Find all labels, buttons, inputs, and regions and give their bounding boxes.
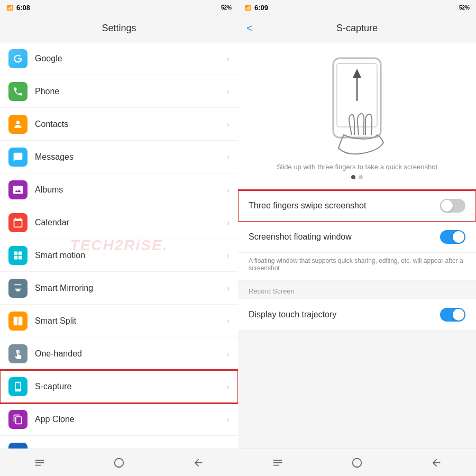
svg-point-6 — [115, 458, 124, 467]
contacts-chevron: › — [227, 120, 230, 129]
messages-chevron: › — [227, 153, 230, 161]
dot-1 — [351, 175, 355, 179]
phone-label: Phone — [35, 87, 227, 96]
display-touch-toggle-knob — [453, 309, 464, 321]
list-item-scapture[interactable]: S-capture › — [0, 370, 238, 403]
display-touch-toggle[interactable] — [440, 308, 465, 322]
screenshot-floating-label: Screenshot floating window — [249, 232, 352, 242]
right-status-bar: 📶 6:09 52% — [238, 0, 476, 15]
left-nav-bar — [0, 448, 238, 476]
right-nav-menu[interactable] — [259, 453, 296, 473]
three-fingers-toggle[interactable] — [440, 199, 465, 213]
left-battery: 52% — [221, 5, 232, 11]
google-label: Google — [35, 54, 227, 63]
svg-point-11 — [353, 458, 362, 467]
three-fingers-toggle-row[interactable]: Three fingers swipe screenshot — [238, 190, 476, 222]
google-chevron: › — [227, 54, 230, 63]
one-handed-chevron: › — [227, 350, 230, 358]
app-clone-chevron: › — [227, 415, 230, 424]
app-clone-label: App Clone — [35, 415, 227, 424]
right-nav-home[interactable] — [338, 453, 376, 473]
left-time: 6:08 — [16, 4, 30, 12]
right-nav-back[interactable] — [418, 453, 455, 473]
svg-marker-10 — [353, 69, 361, 78]
phone-icon — [8, 82, 28, 101]
google-icon — [8, 49, 28, 68]
messages-icon — [8, 148, 28, 167]
list-item-smart-mirroring[interactable]: Smart Mirroring › — [0, 272, 238, 305]
left-signal-icon: 📶 — [6, 5, 13, 11]
back-button[interactable]: < — [246, 22, 253, 34]
list-item-google[interactable]: Google › — [0, 42, 238, 75]
svg-rect-4 — [14, 316, 18, 325]
dot-2 — [359, 175, 363, 179]
screenshot-floating-toggle-row[interactable]: Screenshot floating window — [238, 222, 476, 253]
calendar-icon — [8, 213, 28, 232]
left-nav-home[interactable] — [100, 453, 138, 473]
messages-label: Messages — [35, 152, 227, 162]
albums-icon — [8, 180, 28, 199]
right-page-header: < S-capture — [238, 15, 476, 42]
left-status-left: 📶 6:08 — [6, 4, 30, 12]
display-touch-toggle-row[interactable]: Display touch trajectory — [238, 299, 476, 331]
contacts-label: Contacts — [35, 120, 227, 129]
list-item-smart-motion[interactable]: Smart motion › — [0, 239, 238, 272]
right-phone-panel: 📶 6:09 52% < S-capture — [238, 0, 476, 476]
app-clone-icon — [8, 410, 28, 429]
left-status-bar: 📶 6:08 52% — [0, 0, 238, 15]
svg-rect-3 — [19, 255, 22, 259]
screenshot-floating-toggle[interactable] — [440, 230, 465, 244]
albums-chevron: › — [227, 186, 230, 194]
svg-rect-1 — [19, 251, 22, 255]
illustration-area: Slide up with three fingers to take a qu… — [238, 42, 476, 190]
list-item-contacts[interactable]: Contacts › — [0, 108, 238, 141]
left-nav-back[interactable] — [180, 453, 217, 473]
svg-rect-0 — [14, 251, 18, 255]
list-item-smart-click[interactable]: Smart click › — [0, 436, 238, 448]
calendar-chevron: › — [227, 218, 230, 227]
record-screen-section: Record Screen — [238, 281, 476, 299]
contacts-icon — [8, 115, 28, 134]
smart-click-label: Smart click — [35, 447, 227, 449]
one-handed-label: One-handed — [35, 349, 227, 359]
albums-label: Albums — [35, 185, 227, 195]
right-status-left: 📶 6:09 — [244, 4, 268, 12]
screenshot-floating-description: A floating window that supports quick sh… — [238, 253, 476, 281]
swipe-illustration — [304, 53, 410, 159]
list-item-smart-split[interactable]: Smart Split › — [0, 305, 238, 337]
list-item-calendar[interactable]: Calendar › — [0, 206, 238, 239]
three-fingers-toggle-knob — [441, 200, 453, 212]
phone-chevron: › — [227, 87, 230, 96]
smart-motion-icon — [8, 246, 28, 265]
list-item-messages[interactable]: Messages › — [0, 141, 238, 173]
smart-split-label: Smart Split — [35, 316, 227, 326]
left-page-title: Settings — [102, 23, 136, 34]
settings-list: TECH2RiSE. Google › Phone › Contacts › — [0, 42, 238, 448]
smart-mirroring-icon — [8, 279, 28, 298]
left-phone-panel: 📶 6:08 52% Settings TECH2RiSE. Google › — [0, 0, 238, 476]
illustration-caption: Slide up with three fingers to take a qu… — [277, 163, 437, 171]
list-item-one-handed[interactable]: One-handed › — [0, 337, 238, 370]
right-time: 6:09 — [254, 4, 268, 12]
smart-click-icon — [8, 443, 28, 449]
svg-rect-5 — [19, 316, 23, 325]
right-battery: 52% — [459, 5, 470, 11]
smart-motion-chevron: › — [227, 251, 230, 260]
list-item-app-clone[interactable]: App Clone › — [0, 403, 238, 436]
scapture-label: S-capture — [35, 382, 227, 391]
display-touch-label: Display touch trajectory — [249, 310, 336, 319]
list-item-albums[interactable]: Albums › — [0, 173, 238, 206]
list-item-phone[interactable]: Phone › — [0, 75, 238, 108]
right-signal-icon: 📶 — [244, 5, 251, 11]
smart-mirroring-label: Smart Mirroring — [35, 283, 227, 293]
left-page-header: Settings — [0, 15, 238, 42]
dots-indicator — [351, 175, 363, 179]
right-nav-bar — [238, 448, 476, 476]
left-nav-menu[interactable] — [21, 453, 58, 473]
calendar-label: Calendar — [35, 218, 227, 227]
smart-mirroring-chevron: › — [227, 284, 230, 292]
scapture-chevron: › — [227, 382, 230, 391]
screenshot-floating-toggle-knob — [453, 231, 464, 243]
right-page-title: S-capture — [336, 23, 378, 34]
left-status-right: 52% — [221, 5, 232, 11]
